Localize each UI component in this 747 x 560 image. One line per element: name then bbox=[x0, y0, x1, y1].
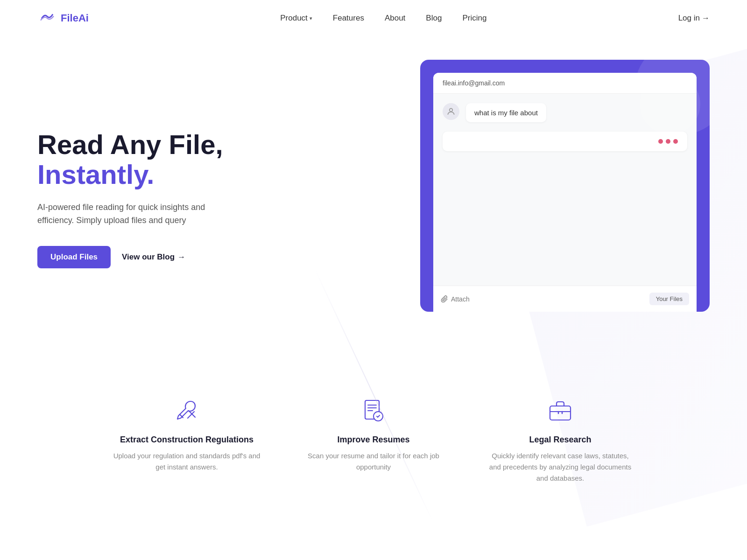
message-bubble: what is my file about bbox=[466, 103, 546, 122]
attach-area[interactable]: Attach bbox=[441, 295, 470, 303]
nav-item-product[interactable]: Product ▾ bbox=[280, 14, 312, 23]
features-grid: Extract Construction Regulations Upload … bbox=[37, 396, 710, 484]
chevron-down-icon: ▾ bbox=[310, 15, 312, 21]
login-button[interactable]: Log in → bbox=[678, 14, 710, 23]
feature-construction: Extract Construction Regulations Upload … bbox=[112, 396, 261, 484]
features-section: Extract Construction Regulations Upload … bbox=[0, 349, 747, 531]
user-avatar bbox=[443, 103, 459, 120]
logo-text: FileAi bbox=[61, 12, 89, 24]
feature-icon-resumes bbox=[359, 396, 388, 426]
view-blog-button[interactable]: View our Blog → bbox=[122, 252, 185, 262]
feature-title-construction: Extract Construction Regulations bbox=[112, 435, 261, 445]
attach-icon bbox=[441, 295, 448, 303]
logo-icon bbox=[37, 8, 57, 28]
upload-files-button[interactable]: Upload Files bbox=[37, 246, 111, 268]
hero-section: Read Any File, Instantly. AI-powered fil… bbox=[0, 36, 747, 349]
feature-desc-resumes: Scan your resume and tailor it for each … bbox=[299, 450, 448, 473]
hero-buttons: Upload Files View our Blog → bbox=[37, 246, 280, 268]
feature-legal: Legal Research Quickly identify relevant… bbox=[486, 396, 635, 484]
arrow-icon: → bbox=[177, 252, 185, 262]
navbar: FileAi Product ▾ Features About Blog Pri… bbox=[0, 0, 747, 36]
nav-item-about[interactable]: About bbox=[385, 14, 405, 22]
logo[interactable]: FileAi bbox=[37, 8, 89, 28]
typing-dot-3 bbox=[673, 139, 678, 144]
app-mockup-inner: fileai.info@gmail.com what is my file ab… bbox=[433, 73, 697, 312]
feature-icon-construction bbox=[172, 396, 202, 426]
feature-desc-construction: Upload your regulation and standards pdf… bbox=[112, 450, 261, 473]
nav-item-blog[interactable]: Blog bbox=[426, 14, 442, 22]
hero-description: AI-powered file reading for quick insigh… bbox=[37, 201, 238, 228]
app-mockup-outer: fileai.info@gmail.com what is my file ab… bbox=[420, 60, 710, 312]
app-input-bar: Attach Your Files bbox=[433, 286, 697, 312]
feature-title-resumes: Improve Resumes bbox=[299, 435, 448, 445]
nav-item-features[interactable]: Features bbox=[333, 14, 364, 22]
feature-icon-legal bbox=[545, 396, 575, 426]
app-email: fileai.info@gmail.com bbox=[443, 79, 505, 87]
typing-dot-1 bbox=[658, 139, 663, 144]
svg-point-1 bbox=[450, 108, 453, 112]
svg-rect-5 bbox=[550, 406, 571, 420]
hero-content: Read Any File, Instantly. AI-powered fil… bbox=[37, 64, 280, 268]
nav-links: Product ▾ Features About Blog Pricing bbox=[280, 14, 486, 23]
typing-indicator bbox=[443, 132, 687, 151]
nav-item-pricing[interactable]: Pricing bbox=[462, 14, 486, 22]
message-row: what is my file about bbox=[443, 103, 687, 122]
feature-desc-legal: Quickly identify relevant case laws, sta… bbox=[486, 450, 635, 484]
typing-dot-2 bbox=[666, 139, 670, 144]
app-mockup-container: fileai.info@gmail.com what is my file ab… bbox=[420, 60, 710, 312]
app-body: what is my file about bbox=[433, 94, 697, 161]
hero-title: Read Any File, Instantly. bbox=[37, 130, 280, 189]
app-header: fileai.info@gmail.com bbox=[433, 73, 697, 94]
attach-label: Attach bbox=[451, 295, 470, 303]
your-files-button[interactable]: Your Files bbox=[649, 293, 689, 305]
feature-title-legal: Legal Research bbox=[486, 435, 635, 445]
hero-title-accent: Instantly. bbox=[37, 159, 154, 189]
feature-resumes: Improve Resumes Scan your resume and tai… bbox=[299, 396, 448, 484]
